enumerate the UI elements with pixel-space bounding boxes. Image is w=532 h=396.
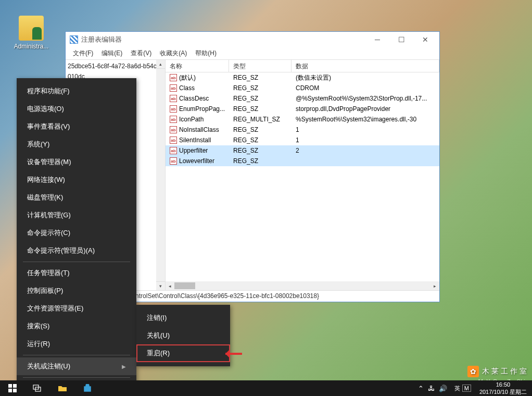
winx-item[interactable]: 网络连接(W) [17, 171, 136, 189]
menu-label: 关机或注销(U) [27, 362, 70, 371]
value-row[interactable]: ClassREG_SZCDROM [166, 83, 439, 93]
col-type[interactable]: 类型 [229, 60, 292, 72]
menu-label: 文件资源管理器(E) [27, 304, 83, 313]
value-data: 2 [292, 147, 439, 154]
taskbar-explorer[interactable] [50, 380, 75, 396]
maximize-button[interactable]: ☐ [389, 32, 413, 47]
menu-label: 系统(Y) [27, 140, 49, 149]
ime-indicator[interactable]: 英 M [451, 385, 474, 392]
menu-favorites[interactable]: 收藏夹(A) [156, 48, 191, 59]
winx-item[interactable]: 设备管理器(M) [17, 153, 136, 171]
winx-item[interactable]: 程序和功能(F) [17, 82, 136, 100]
value-type: REG_MULTI_SZ [229, 116, 292, 123]
value-row[interactable]: (默认)REG_SZ(数值未设置) [166, 72, 439, 83]
scroll-left-icon[interactable]: ◂ [166, 281, 174, 290]
svg-rect-0 [8, 384, 12, 388]
value-row[interactable]: ClassDescREG_SZ@%SystemRoot%\System32\St… [166, 93, 439, 104]
menu-label: 控制面板(P) [27, 286, 63, 295]
menu-file[interactable]: 文件(F) [69, 48, 97, 59]
system-tray[interactable]: ⌃ 🖧 🔊 [414, 385, 451, 392]
svg-rect-1 [13, 384, 17, 388]
scroll-down-icon[interactable]: ▾ [156, 281, 165, 290]
volume-icon[interactable]: 🔊 [439, 385, 447, 392]
winx-item[interactable]: 磁盘管理(K) [17, 189, 136, 206]
start-button[interactable] [0, 380, 25, 396]
value-row[interactable]: SilentInstallREG_SZ1 [166, 135, 439, 145]
winx-item[interactable]: 关机或注销(U)▶ [17, 357, 136, 375]
menu-label: 搜索(S) [27, 321, 49, 331]
col-data[interactable]: 数据 [292, 60, 439, 72]
submenu-shutdown[interactable]: 关机(U) [136, 327, 230, 344]
winx-item[interactable]: 搜索(S) [17, 317, 136, 335]
tree-item[interactable]: 25dbce51-6c8f-4a72-8a6d-b54c2b [66, 61, 165, 71]
winx-item[interactable]: 命令提示符(管理员)(A) [17, 242, 136, 259]
value-row[interactable]: EnumPropPag...REG_SZstorprop.dll,DvdProp… [166, 104, 439, 114]
folder-icon [58, 385, 67, 392]
string-value-icon [170, 147, 177, 154]
col-name[interactable]: 名称 [166, 60, 229, 72]
menu-label: 任务管理器(T) [27, 268, 70, 278]
value-row[interactable]: IconPathREG_MULTI_SZ%SystemRoot%\System3… [166, 114, 439, 125]
horizontal-scrollbar[interactable]: ◂ ▸ [166, 281, 439, 290]
network-icon[interactable]: 🖧 [428, 385, 435, 392]
string-value-icon [170, 157, 177, 165]
value-row[interactable]: LoweverfilterREG_SZ [166, 156, 439, 166]
value-row[interactable]: NoInstallClassREG_SZ1 [166, 125, 439, 135]
winx-item[interactable]: 文件资源管理器(E) [17, 300, 136, 317]
task-view-button[interactable] [25, 380, 50, 396]
windows-icon [8, 384, 17, 392]
tray-up-icon[interactable]: ⌃ [418, 385, 424, 392]
value-data: 1 [292, 126, 439, 133]
chevron-right-icon: ▶ [122, 364, 126, 369]
values-list: 名称 类型 数据 (默认)REG_SZ(数值未设置)ClassREG_SZCDR… [166, 60, 439, 290]
value-name: EnumPropPag... [179, 105, 225, 113]
menu-separator [23, 377, 130, 378]
annotation-arrow-icon [221, 351, 242, 357]
winx-item[interactable]: 任务管理器(T) [17, 264, 136, 282]
menu-label: 运行(R) [27, 339, 50, 349]
desktop-icon-administrator[interactable]: Administra... [10, 16, 52, 50]
value-name: IconPath [179, 116, 204, 123]
menu-label: 命令提示符(管理员)(A) [27, 246, 95, 255]
value-type: REG_SZ [229, 137, 292, 144]
taskbar-store[interactable] [75, 380, 100, 396]
winx-item[interactable]: 电源选项(O) [17, 100, 136, 118]
task-view-icon [33, 385, 42, 392]
value-type: REG_SZ [229, 147, 292, 154]
minimize-button[interactable]: ─ [365, 32, 389, 47]
list-header[interactable]: 名称 类型 数据 [166, 60, 439, 72]
value-name: SilentInstall [179, 137, 211, 144]
menu-view[interactable]: 查看(V) [126, 48, 156, 59]
watermark-logo-icon [467, 366, 479, 377]
submenu-signout[interactable]: 注销(I) [136, 309, 230, 327]
submenu-restart[interactable]: 重启(R) [136, 344, 230, 362]
ime-lang: 英 [454, 385, 460, 392]
tree-scrollbar[interactable]: ▴ ▾ [156, 60, 165, 290]
regedit-icon [70, 35, 78, 44]
titlebar[interactable]: 注册表编辑器 ─ ☐ ✕ [66, 32, 439, 47]
value-name: Loweverfilter [179, 157, 214, 165]
scroll-right-icon[interactable]: ▸ [430, 281, 439, 290]
value-type: REG_SZ [229, 95, 292, 102]
winx-item[interactable]: 运行(R) [17, 335, 136, 353]
scroll-up-icon[interactable]: ▴ [156, 60, 165, 69]
string-value-icon [170, 84, 177, 92]
menu-separator [23, 355, 130, 355]
winx-item[interactable]: 控制面板(P) [17, 282, 136, 300]
value-data: @%SystemRoot%\System32\StorProp.dll,-17.… [292, 95, 439, 102]
scroll-thumb[interactable] [174, 282, 195, 289]
winx-item[interactable]: 事件查看器(V) [17, 118, 136, 135]
taskbar: ⌃ 🖧 🔊 英 M 16:50 2017/10/10 星期二 [0, 380, 532, 396]
clock-time: 16:50 [479, 381, 527, 388]
menu-help[interactable]: 帮助(H) [191, 48, 221, 59]
value-type: REG_SZ [229, 126, 292, 133]
menu-edit[interactable]: 编辑(E) [97, 48, 126, 59]
window-title: 注册表编辑器 [81, 35, 365, 44]
winx-item[interactable]: 系统(Y) [17, 135, 136, 153]
value-name: Class [179, 84, 195, 92]
taskbar-clock[interactable]: 16:50 2017/10/10 星期二 [474, 381, 532, 395]
value-row[interactable]: UpperfilterREG_SZ2 [166, 145, 439, 156]
close-button[interactable]: ✕ [413, 32, 437, 47]
winx-item[interactable]: 命令提示符(C) [17, 224, 136, 242]
winx-item[interactable]: 计算机管理(G) [17, 206, 136, 224]
